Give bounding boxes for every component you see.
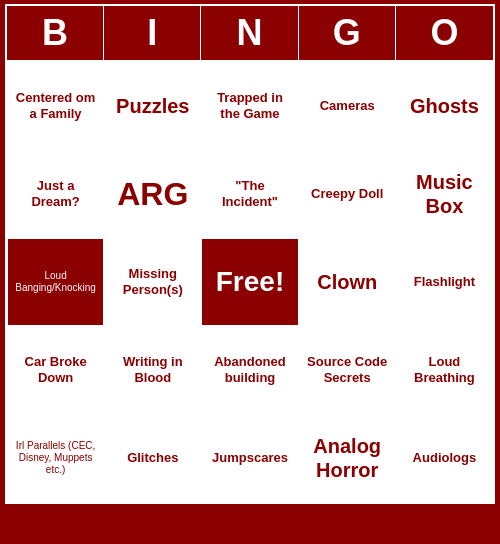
- cell-text: Jumpscares: [212, 450, 288, 466]
- bingo-cell: Centered om a Family: [7, 62, 104, 150]
- cell-text: Loud Banging/Knocking: [12, 270, 99, 294]
- bingo-cell: Writing in Blood: [104, 326, 201, 414]
- bingo-cell: ARG: [104, 150, 201, 238]
- cell-text: Centered om a Family: [12, 90, 99, 121]
- cell-text: Just a Dream?: [12, 178, 99, 209]
- cell-text: Creepy Doll: [311, 186, 383, 202]
- bingo-cell: Trapped in the Game: [201, 62, 298, 150]
- bingo-cell: Ghosts: [396, 62, 493, 150]
- cell-text: Clown: [317, 270, 377, 294]
- cell-text: Glitches: [127, 450, 178, 466]
- bingo-cell: Cameras: [299, 62, 396, 150]
- bingo-grid: Centered om a FamilyPuzzlesTrapped in th…: [7, 62, 493, 502]
- bingo-cell: Free!: [201, 238, 298, 326]
- bingo-cell: Audiologs: [396, 414, 493, 502]
- bingo-cell: Just a Dream?: [7, 150, 104, 238]
- cell-text: Puzzles: [116, 94, 189, 118]
- cell-text: Audiologs: [413, 450, 477, 466]
- cell-text: Writing in Blood: [109, 354, 196, 385]
- cell-text: Source Code Secrets: [304, 354, 391, 385]
- header-letter: I: [104, 6, 201, 62]
- cell-text: Car Broke Down: [12, 354, 99, 385]
- cell-text: Abandoned building: [206, 354, 293, 385]
- cell-text: Analog Horror: [304, 434, 391, 482]
- bingo-cell: Loud Banging/Knocking: [7, 238, 104, 326]
- bingo-cell: Loud Breathing: [396, 326, 493, 414]
- bingo-cell: Puzzles: [104, 62, 201, 150]
- header-letter: N: [201, 6, 298, 62]
- bingo-cell: Source Code Secrets: [299, 326, 396, 414]
- cell-text: Cameras: [320, 98, 375, 114]
- cell-text: Irl Parallels (CEC, Disney, Muppets etc.…: [12, 440, 99, 476]
- cell-text: Ghosts: [410, 94, 479, 118]
- cell-text: Missing Person(s): [109, 266, 196, 297]
- bingo-cell: Abandoned building: [201, 326, 298, 414]
- cell-text: Flashlight: [414, 274, 475, 290]
- bingo-cell: Creepy Doll: [299, 150, 396, 238]
- header-letter: O: [396, 6, 493, 62]
- cell-text: ARG: [117, 175, 188, 213]
- bingo-cell: Clown: [299, 238, 396, 326]
- header-letter: B: [7, 6, 104, 62]
- bingo-cell: Glitches: [104, 414, 201, 502]
- bingo-cell: "The Incident": [201, 150, 298, 238]
- bingo-cell: Analog Horror: [299, 414, 396, 502]
- cell-text: Trapped in the Game: [206, 90, 293, 121]
- cell-text: Music Box: [401, 170, 488, 218]
- bingo-card: BINGO Centered om a FamilyPuzzlesTrapped…: [5, 4, 495, 504]
- bingo-cell: Music Box: [396, 150, 493, 238]
- bingo-cell: Flashlight: [396, 238, 493, 326]
- cell-text: "The Incident": [206, 178, 293, 209]
- cell-text: Free!: [216, 265, 284, 299]
- bingo-cell: Car Broke Down: [7, 326, 104, 414]
- bingo-cell: Missing Person(s): [104, 238, 201, 326]
- cell-text: Loud Breathing: [401, 354, 488, 385]
- bingo-cell: Jumpscares: [201, 414, 298, 502]
- bingo-header: BINGO: [7, 6, 493, 62]
- header-letter: G: [299, 6, 396, 62]
- bingo-cell: Irl Parallels (CEC, Disney, Muppets etc.…: [7, 414, 104, 502]
